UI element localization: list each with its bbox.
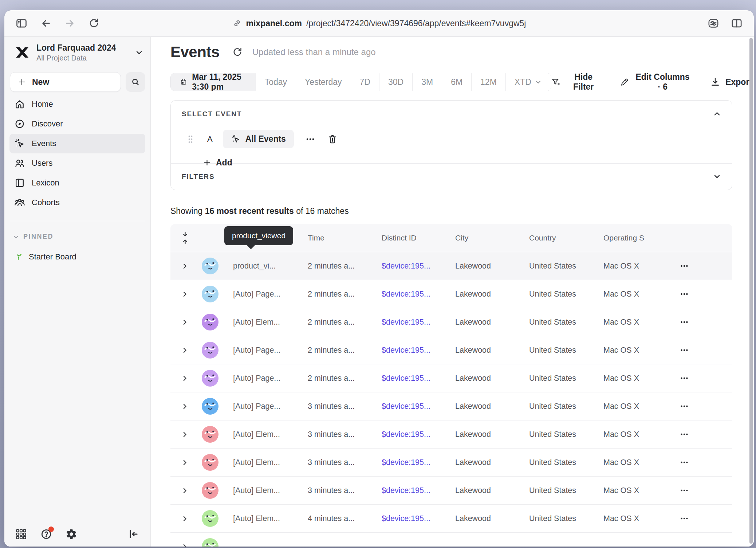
pinned-section-header[interactable]: PINNED — [12, 233, 150, 240]
distinct-id-link[interactable]: $device:195... — [371, 262, 445, 271]
search-icon — [131, 77, 140, 87]
row-actions-icon[interactable] — [670, 262, 699, 270]
time-cell: 2 minutes a... — [298, 290, 371, 299]
row-actions-icon[interactable] — [670, 374, 699, 383]
gear-icon[interactable] — [66, 528, 77, 540]
table-row[interactable]: [Auto] Elem...2 minutes a...$device:195.… — [170, 308, 732, 336]
distinct-id-link[interactable]: $device:195... — [371, 346, 445, 355]
sidebar-footer — [4, 521, 150, 547]
range-button-6m[interactable]: 6M — [442, 73, 472, 91]
expand-row-icon[interactable] — [170, 459, 199, 466]
expand-row-icon[interactable] — [170, 403, 199, 410]
range-button-30d[interactable]: 30D — [379, 73, 413, 91]
expand-row-icon[interactable] — [170, 262, 199, 270]
event-selector-chip[interactable]: All Events — [223, 130, 294, 148]
pinned-item-starter-board[interactable]: Starter Board — [9, 248, 145, 266]
table-row[interactable] — [170, 533, 732, 547]
help-icon[interactable] — [40, 528, 52, 540]
table-row[interactable]: [Auto] Elem...3 minutes a...$device:195.… — [170, 420, 732, 449]
more-options-icon[interactable] — [306, 134, 315, 144]
sidebar-item-events[interactable]: Events — [9, 134, 145, 153]
avatar-cell — [199, 482, 223, 499]
city-cell: Lakewood — [445, 318, 519, 327]
column-header-os: Operating S — [593, 234, 670, 242]
time-cell: 2 minutes a... — [298, 262, 371, 271]
collapse-all-rows-icon[interactable] — [181, 231, 199, 245]
expand-row-icon[interactable] — [170, 487, 199, 494]
back-icon[interactable] — [40, 17, 52, 29]
row-actions-icon[interactable] — [670, 290, 699, 298]
range-button-12m[interactable]: 12M — [472, 73, 506, 91]
sidebar-item-lexicon[interactable]: Lexicon — [9, 173, 145, 193]
distinct-id-link[interactable]: $device:195... — [371, 374, 445, 383]
sidebar-item-discover[interactable]: Discover — [9, 114, 145, 134]
export-button[interactable]: Export — [710, 77, 752, 87]
series-letter: A — [207, 134, 213, 144]
row-actions-icon[interactable] — [670, 430, 699, 439]
distinct-id-link[interactable]: $device:195... — [371, 458, 445, 467]
page-scrollbar[interactable] — [749, 38, 753, 544]
date-picker-button[interactable]: Mar 11, 2025 3:30 pm — [171, 73, 256, 91]
date-range-control: Mar 11, 2025 3:30 pm TodayYesterday7D30D… — [170, 73, 551, 91]
hide-filter-button[interactable]: Hide Filter — [551, 72, 601, 92]
row-actions-icon[interactable] — [670, 346, 699, 355]
expand-row-icon[interactable] — [170, 347, 199, 354]
expand-row-icon[interactable] — [170, 543, 199, 547]
avatar — [202, 426, 218, 443]
split-view-icon[interactable] — [731, 17, 743, 30]
table-row[interactable]: [Auto] Elem...4 minutes a...$device:195.… — [170, 505, 732, 533]
event-name-cell: [Auto] Elem... — [223, 430, 298, 439]
range-button-xtd[interactable]: XTD — [506, 73, 551, 91]
range-button-3m[interactable]: 3M — [413, 73, 442, 91]
browser-sidebar-toggle-icon[interactable] — [15, 17, 28, 30]
sidebar-item-users[interactable]: Users — [9, 153, 145, 173]
expand-row-icon[interactable] — [170, 431, 199, 438]
edit-columns-button[interactable]: Edit Columns · 6 — [620, 72, 691, 92]
row-actions-icon[interactable] — [670, 318, 699, 326]
distinct-id-link[interactable]: $device:195... — [371, 430, 445, 439]
distinct-id-link[interactable]: $device:195... — [371, 514, 445, 523]
expand-row-icon[interactable] — [170, 290, 199, 298]
expand-row-icon[interactable] — [170, 318, 199, 326]
table-row[interactable]: [Auto] Page...3 minutes a...$device:195.… — [170, 392, 732, 420]
collapse-section-icon[interactable] — [712, 109, 722, 119]
forward-icon[interactable] — [64, 17, 76, 29]
distinct-id-link[interactable]: $device:195... — [371, 290, 445, 299]
drag-handle-icon[interactable] — [188, 135, 193, 144]
table-row[interactable]: product_vi...2 minutes a...$device:195..… — [170, 252, 732, 280]
table-row[interactable]: [Auto] Elem...3 minutes a...$device:195.… — [170, 477, 732, 505]
distinct-id-link[interactable]: $device:195... — [371, 402, 445, 411]
row-actions-icon[interactable] — [670, 402, 699, 411]
range-button-yesterday[interactable]: Yesterday — [296, 73, 351, 91]
select-event-label: SELECT EVENT — [182, 110, 721, 118]
apps-grid-icon[interactable] — [15, 528, 27, 540]
row-actions-icon[interactable] — [670, 458, 699, 467]
discover-icon — [14, 118, 25, 130]
expand-filters-icon[interactable] — [712, 172, 722, 181]
page-settings-icon[interactable] — [707, 17, 720, 30]
reload-icon[interactable] — [88, 17, 100, 29]
distinct-id-link[interactable]: $device:195... — [371, 486, 445, 495]
row-actions-icon[interactable] — [670, 514, 699, 523]
project-switcher[interactable]: Lord Farquaad 2024 All Project Data — [4, 37, 150, 62]
sidebar-item-cohorts[interactable]: Cohorts — [9, 193, 145, 212]
trash-icon[interactable] — [327, 134, 338, 144]
search-button[interactable] — [126, 72, 145, 92]
table-row[interactable]: [Auto] Page...2 minutes a...$device:195.… — [170, 364, 732, 392]
mixpanel-logo-icon — [14, 44, 31, 61]
expand-row-icon[interactable] — [170, 515, 199, 522]
distinct-id-link[interactable]: $device:195... — [371, 318, 445, 327]
sidebar-item-home[interactable]: Home — [9, 94, 145, 114]
row-actions-icon[interactable] — [670, 486, 699, 495]
range-button-today[interactable]: Today — [256, 73, 296, 91]
url-bar[interactable]: mixpanel.com/project/3472420/view/397469… — [121, 19, 637, 28]
new-button[interactable]: New — [10, 72, 121, 92]
table-row[interactable]: [Auto] Page...2 minutes a...$device:195.… — [170, 280, 732, 308]
sidebar-divider — [10, 221, 145, 221]
table-row[interactable]: [Auto] Page...2 minutes a...$device:195.… — [170, 336, 732, 364]
expand-row-icon[interactable] — [170, 375, 199, 382]
table-row[interactable]: [Auto] Elem...3 minutes a...$device:195.… — [170, 449, 732, 477]
collapse-sidebar-icon[interactable] — [128, 528, 139, 540]
refresh-icon[interactable] — [232, 47, 243, 58]
range-button-7d[interactable]: 7D — [351, 73, 379, 91]
